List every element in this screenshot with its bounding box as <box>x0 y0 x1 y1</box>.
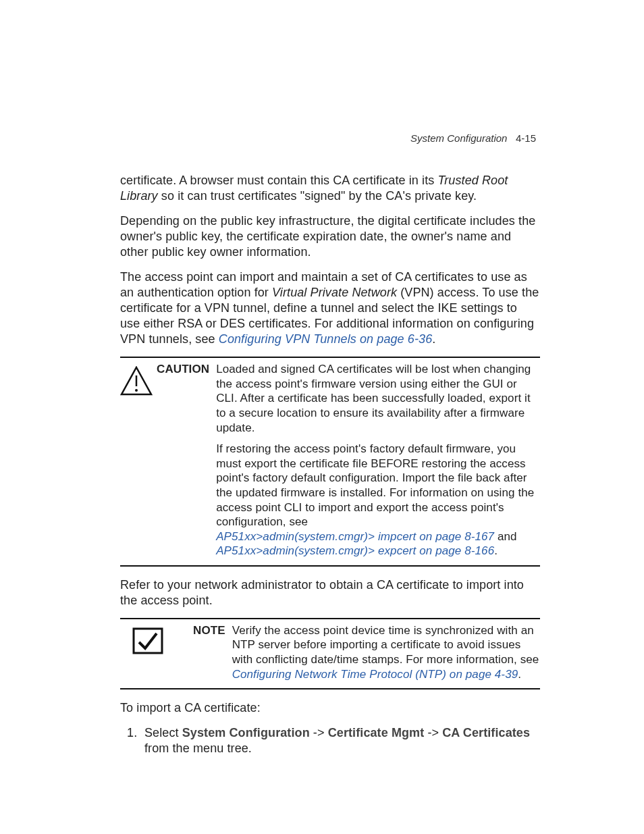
menu-item: CA Certificates <box>442 726 530 739</box>
svg-rect-3 <box>134 629 162 653</box>
text: Verify the access point device time is s… <box>232 624 539 666</box>
note-icon <box>120 623 193 654</box>
link-vpn-tunnels[interactable]: Configuring VPN Tunnels on page 6-36 <box>219 332 432 346</box>
ordered-list: Select System Configuration -> Certifica… <box>120 725 540 756</box>
text: Select <box>144 726 182 739</box>
text: If restoring the access point's factory … <box>216 442 534 528</box>
link-expcert[interactable]: AP51xx>admin(system.cmgr)> expcert on pa… <box>216 544 494 557</box>
text: certificate. A browser must contain this… <box>120 174 438 187</box>
step-1: Select System Configuration -> Certifica… <box>144 725 540 756</box>
paragraph: To import a CA certificate: <box>120 700 540 716</box>
text: so it can trust certificates "signed" by… <box>158 189 477 203</box>
svg-point-2 <box>135 389 138 392</box>
term: Virtual Private Network <box>272 286 397 299</box>
text: . <box>494 544 498 557</box>
text: -> <box>310 726 328 739</box>
note-label: NOTE <box>193 623 232 638</box>
text: -> <box>424 726 442 739</box>
paragraph: The access point can import and maintain… <box>120 269 540 347</box>
text: Verify the access point device time is s… <box>232 623 540 681</box>
text: . <box>518 668 521 681</box>
page: System Configuration 4-15 certificate. A… <box>0 0 644 834</box>
caution-icon <box>120 362 157 396</box>
text: and <box>494 530 517 543</box>
page-number: 4-15 <box>516 132 536 144</box>
paragraph: Depending on the public key infrastructu… <box>120 213 540 260</box>
caution-body: Loaded and signed CA certificates will b… <box>216 362 540 561</box>
link-ntp[interactable]: Configuring Network Time Protocol (NTP) … <box>232 668 518 681</box>
menu-item: Certificate Mgmt <box>328 726 425 739</box>
text: Loaded and signed CA certificates will b… <box>216 362 540 435</box>
text: If restoring the access point's factory … <box>216 442 540 558</box>
body: certificate. A browser must contain this… <box>120 173 540 763</box>
running-header: System Configuration 4-15 <box>410 132 536 144</box>
caution-callout: CAUTION Loaded and signed CA certificate… <box>120 357 540 567</box>
paragraph: certificate. A browser must contain this… <box>120 173 540 204</box>
paragraph: Refer to your network administrator to o… <box>120 577 540 608</box>
menu-item: System Configuration <box>182 726 310 739</box>
section-title: System Configuration <box>410 132 507 144</box>
note-body: Verify the access point device time is s… <box>232 623 540 684</box>
caution-label: CAUTION <box>157 362 216 377</box>
text: . <box>432 332 435 346</box>
note-callout: NOTE Verify the access point device time… <box>120 618 540 689</box>
link-impcert[interactable]: AP51xx>admin(system.cmgr)> impcert on pa… <box>216 530 494 543</box>
text: from the menu tree. <box>144 741 252 755</box>
